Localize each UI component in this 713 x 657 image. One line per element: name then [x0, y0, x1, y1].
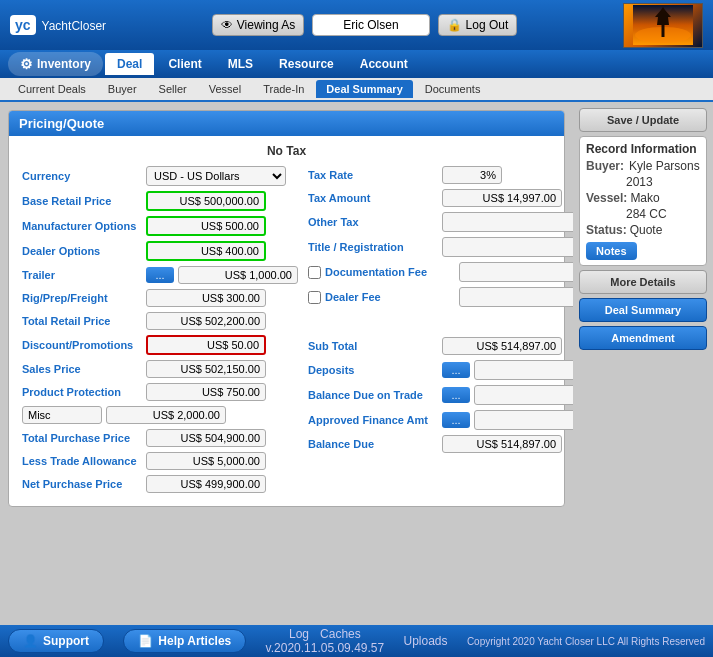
trailer-row: Trailer ...: [22, 266, 298, 284]
tax-amount-label: Tax Amount: [308, 192, 438, 204]
dealer-fee-checkbox[interactable]: [308, 291, 321, 304]
sales-price-input[interactable]: [146, 360, 266, 378]
misc-row: [22, 406, 298, 424]
sub-nav-buyer[interactable]: Buyer: [98, 80, 147, 98]
sub-nav-deal-summary[interactable]: Deal Summary: [316, 80, 412, 98]
trailer-input[interactable]: [178, 266, 298, 284]
logo-area: yc YachtCloser: [10, 15, 106, 35]
balance-due-row: Balance Due: [308, 435, 573, 453]
support-button[interactable]: 👤 Support: [8, 629, 104, 653]
rig-prep-input[interactable]: [146, 289, 266, 307]
discount-input[interactable]: [146, 335, 266, 355]
user-name-display: Eric Olsen: [312, 14, 429, 36]
total-purchase-input[interactable]: [146, 429, 266, 447]
total-retail-input[interactable]: [146, 312, 266, 330]
main-navigation: ⚙ Inventory Deal Client MLS Resource Acc…: [0, 50, 713, 78]
eye-icon: 👁: [221, 18, 233, 32]
other-tax-input[interactable]: [442, 212, 573, 232]
nav-item-inventory[interactable]: ⚙ Inventory: [8, 52, 103, 76]
approved-finance-input[interactable]: [474, 410, 573, 430]
misc-value-input[interactable]: [106, 406, 226, 424]
dealer-fee-row: Dealer Fee: [308, 287, 573, 307]
amendment-button[interactable]: Amendment: [579, 326, 707, 350]
currency-select[interactable]: USD - US Dollars: [146, 166, 286, 186]
title-reg-label: Title / Registration: [308, 241, 438, 253]
tax-rate-row: Tax Rate: [308, 166, 573, 184]
main-panel: Pricing/Quote No Tax Currency USD - US D…: [0, 102, 573, 625]
trailer-ellipsis-button[interactable]: ...: [146, 267, 174, 283]
status-info-value: Quote: [630, 223, 663, 237]
deposits-ellipsis-button[interactable]: ...: [442, 362, 470, 378]
balance-trade-ellipsis-button[interactable]: ...: [442, 387, 470, 403]
support-icon: 👤: [23, 634, 38, 648]
bottom-uploads: Uploads: [404, 634, 448, 648]
dealer-options-label: Dealer Options: [22, 245, 142, 257]
nav-item-mls[interactable]: MLS: [216, 53, 265, 75]
nav-item-account[interactable]: Account: [348, 53, 420, 75]
spacer-row: [308, 312, 573, 332]
deposits-input[interactable]: [474, 360, 573, 380]
sub-nav-current-deals[interactable]: Current Deals: [8, 80, 96, 98]
nav-item-resource[interactable]: Resource: [267, 53, 346, 75]
less-trade-input[interactable]: [146, 452, 266, 470]
product-protection-input[interactable]: [146, 383, 266, 401]
record-information-panel: Record Information Buyer: Kyle Parsons 2…: [579, 136, 707, 266]
nav-item-client[interactable]: Client: [156, 53, 213, 75]
sub-nav-documents[interactable]: Documents: [415, 80, 491, 98]
balance-due-input[interactable]: [442, 435, 562, 453]
base-retail-label: Base Retail Price: [22, 195, 142, 207]
doc-fee-checkbox[interactable]: [308, 266, 321, 279]
nav-item-deal[interactable]: Deal: [105, 53, 154, 75]
top-center-controls: 👁 Viewing As Eric Olsen 🔒 Log Out: [212, 14, 518, 36]
sub-nav-trade-in[interactable]: Trade-In: [253, 80, 314, 98]
balance-trade-row: Balance Due on Trade ...: [308, 385, 573, 405]
dealer-fee-label: Dealer Fee: [325, 291, 455, 303]
pricing-quote-panel: Pricing/Quote No Tax Currency USD - US D…: [8, 110, 565, 507]
lock-icon: 🔒: [447, 18, 462, 32]
sub-total-row: Sub Total: [308, 337, 573, 355]
doc-fee-input[interactable]: [459, 262, 573, 282]
more-details-button[interactable]: More Details: [579, 270, 707, 294]
net-purchase-input[interactable]: [146, 475, 266, 493]
viewing-as-button[interactable]: 👁 Viewing As: [212, 14, 304, 36]
notes-button[interactable]: Notes: [586, 242, 637, 260]
no-tax-header: No Tax: [17, 144, 556, 158]
form-left-column: Currency USD - US Dollars Base Retail Pr…: [17, 166, 303, 498]
content-area: Pricing/Quote No Tax Currency USD - US D…: [0, 102, 713, 625]
base-retail-input[interactable]: [146, 191, 266, 211]
balance-trade-input[interactable]: [474, 385, 573, 405]
buyer-year-row: 2013: [586, 175, 700, 189]
sub-total-input[interactable]: [442, 337, 562, 355]
help-articles-button[interactable]: 📄 Help Articles: [123, 629, 246, 653]
dealer-options-row: Dealer Options: [22, 241, 298, 261]
misc-label-input[interactable]: [22, 406, 102, 424]
manufacturer-options-row: Manufacturer Options: [22, 216, 298, 236]
sales-price-label: Sales Price: [22, 363, 142, 375]
discount-label: Discount/Promotions: [22, 339, 142, 351]
status-info-label: Status:: [586, 223, 627, 237]
bottom-copyright: Copyright 2020 Yacht Closer LLC All Righ…: [467, 636, 705, 647]
doc-fee-row: Documentation Fee: [308, 262, 573, 282]
logout-button[interactable]: 🔒 Log Out: [438, 14, 518, 36]
sub-total-label: Sub Total: [308, 340, 438, 352]
dealer-fee-input[interactable]: [459, 287, 573, 307]
dealer-options-input[interactable]: [146, 241, 266, 261]
base-retail-row: Base Retail Price: [22, 191, 298, 211]
tree-silhouette: [633, 5, 693, 45]
other-tax-label: Other Tax: [308, 216, 438, 228]
logo-text: YachtCloser: [42, 17, 106, 33]
deal-summary-button[interactable]: Deal Summary: [579, 298, 707, 322]
save-update-button[interactable]: Save / Update: [579, 108, 707, 132]
approved-finance-ellipsis-button[interactable]: ...: [442, 412, 470, 428]
tax-rate-input[interactable]: [442, 166, 502, 184]
sub-nav-vessel[interactable]: Vessel: [199, 80, 251, 98]
sub-nav-seller[interactable]: Seller: [149, 80, 197, 98]
right-sidebar: Save / Update Record Information Buyer: …: [573, 102, 713, 625]
help-icon: 📄: [138, 634, 153, 648]
vessel-info-row: Vessel: Mako: [586, 191, 700, 205]
manufacturer-options-input[interactable]: [146, 216, 266, 236]
title-reg-input[interactable]: [442, 237, 573, 257]
total-purchase-label: Total Purchase Price: [22, 432, 142, 444]
tax-amount-input[interactable]: [442, 189, 562, 207]
gear-icon: ⚙: [20, 56, 33, 72]
